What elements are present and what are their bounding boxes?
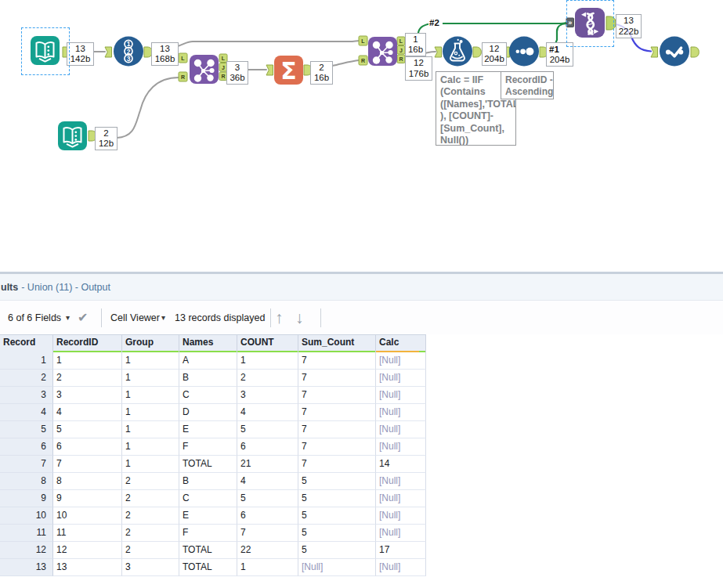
- output-anchor-union[interactable]: [606, 16, 616, 30]
- column-header-sum_count[interactable]: Sum_Count: [298, 335, 376, 352]
- table-cell[interactable]: 17: [376, 542, 426, 559]
- annotation-join2-j[interactable]: 1 16b: [405, 33, 426, 56]
- row-number-cell[interactable]: 13: [0, 559, 53, 576]
- table-cell[interactable]: 1: [122, 387, 179, 404]
- tool-formula[interactable]: [443, 37, 472, 67]
- tool-union[interactable]: [575, 8, 605, 38]
- cell-viewer-caret-icon[interactable]: ▾: [161, 301, 165, 334]
- tool-browse[interactable]: [660, 37, 689, 67]
- apply-check-icon[interactable]: ✔: [78, 301, 88, 334]
- table-cell[interactable]: 7: [53, 456, 122, 473]
- input-anchor-summarize[interactable]: [266, 65, 273, 75]
- table-cell[interactable]: 22: [237, 542, 298, 559]
- table-cell[interactable]: [Null]: [376, 421, 426, 438]
- wire-input2-join1R[interactable]: [117, 78, 179, 138]
- table-cell[interactable]: TOTAL: [179, 542, 237, 559]
- table-cell[interactable]: [Null]: [376, 352, 426, 370]
- row-number-cell[interactable]: 10: [0, 507, 53, 525]
- join2-input-R-anchor[interactable]: R: [359, 56, 367, 65]
- table-cell[interactable]: 7: [298, 404, 376, 421]
- table-cell[interactable]: F: [179, 438, 237, 456]
- annotation-union[interactable]: 13 222b: [616, 14, 642, 38]
- wire-label-2[interactable]: #2: [428, 17, 443, 28]
- table-cell[interactable]: 7: [298, 421, 376, 438]
- table-cell[interactable]: [Null]: [376, 404, 426, 421]
- row-number-cell[interactable]: 11: [0, 525, 53, 542]
- table-cell[interactable]: 12: [53, 542, 122, 559]
- tool-join-1[interactable]: [190, 55, 219, 84]
- input-anchor-browse[interactable]: [651, 47, 658, 57]
- row-number-cell[interactable]: 12: [0, 542, 53, 559]
- table-cell[interactable]: 7: [298, 352, 376, 370]
- table-cell[interactable]: 1: [122, 352, 179, 370]
- table-cell[interactable]: 7: [237, 525, 298, 542]
- table-cell[interactable]: 5: [298, 507, 376, 525]
- table-cell[interactable]: 2: [237, 370, 298, 387]
- column-header-group[interactable]: Group: [122, 335, 179, 352]
- output-anchor-formula[interactable]: [473, 47, 481, 57]
- workflow-canvas[interactable]: L R L J R: [0, 0, 723, 272]
- tool-sort[interactable]: [509, 37, 539, 67]
- table-cell[interactable]: 14: [376, 456, 426, 473]
- table-cell[interactable]: 5: [237, 421, 298, 438]
- table-cell[interactable]: 6: [53, 438, 122, 456]
- table-cell[interactable]: 9: [53, 490, 122, 507]
- table-cell[interactable]: 1: [122, 370, 179, 387]
- table-cell[interactable]: [Null]: [376, 438, 426, 456]
- annotation-formula[interactable]: 12 204b: [482, 42, 507, 66]
- table-cell[interactable]: [Null]: [376, 525, 426, 542]
- output-anchor-browse[interactable]: [691, 47, 699, 57]
- annotation-join2-r[interactable]: 12 176b: [405, 56, 432, 81]
- input-anchor-recordid[interactable]: [105, 47, 112, 57]
- table-cell[interactable]: 1: [122, 438, 179, 456]
- table-cell[interactable]: 1: [237, 559, 298, 576]
- tool-input-data-1[interactable]: [31, 36, 60, 65]
- tool-input-data-2[interactable]: [58, 121, 87, 150]
- table-cell[interactable]: 2: [122, 490, 179, 507]
- table-cell[interactable]: C: [179, 490, 237, 507]
- table-cell[interactable]: 5: [298, 473, 376, 490]
- table-cell[interactable]: 5: [298, 525, 376, 542]
- column-header-calc[interactable]: Calc: [376, 335, 426, 352]
- table-cell[interactable]: 3: [122, 559, 179, 576]
- table-cell[interactable]: 1: [237, 352, 298, 370]
- row-number-cell[interactable]: 4: [0, 404, 53, 421]
- fields-dropdown[interactable]: 6 of 6 Fields: [8, 301, 61, 334]
- table-cell[interactable]: A: [179, 352, 237, 370]
- column-header-record[interactable]: Record: [0, 335, 53, 352]
- join2-output-L-anchor[interactable]: L: [397, 37, 405, 45]
- row-number-cell[interactable]: 7: [0, 456, 53, 473]
- wire-summarize-join2R[interactable]: [332, 60, 359, 66]
- table-cell[interactable]: TOTAL: [179, 559, 237, 576]
- table-cell[interactable]: 10: [53, 507, 122, 525]
- scroll-down-button[interactable]: ↓: [295, 301, 304, 334]
- table-cell[interactable]: 1: [122, 456, 179, 473]
- table-cell[interactable]: 1: [53, 352, 122, 370]
- table-cell[interactable]: B: [179, 473, 237, 490]
- table-cell[interactable]: E: [179, 421, 237, 438]
- tool-record-id[interactable]: 1 2 3: [114, 37, 143, 67]
- table-cell[interactable]: 5: [53, 421, 122, 438]
- join2-output-R-anchor[interactable]: R: [397, 55, 405, 63]
- table-cell[interactable]: 3: [53, 387, 122, 404]
- column-header-count[interactable]: COUNT: [237, 335, 298, 352]
- table-cell[interactable]: 2: [122, 542, 179, 559]
- table-cell[interactable]: 7: [298, 370, 376, 387]
- table-cell[interactable]: 13: [53, 559, 122, 576]
- tool-join-2[interactable]: [368, 37, 397, 66]
- join1-input-L-anchor[interactable]: L: [179, 53, 187, 63]
- column-header-recordid[interactable]: RecordID: [53, 335, 122, 352]
- annotation-join1[interactable]: 3 36b: [226, 61, 248, 85]
- table-cell[interactable]: 8: [53, 473, 122, 490]
- table-cell[interactable]: 5: [298, 542, 376, 559]
- table-cell[interactable]: [Null]: [376, 387, 426, 404]
- join2-output-J-anchor[interactable]: J: [397, 46, 405, 55]
- table-cell[interactable]: 2: [53, 370, 122, 387]
- table-cell[interactable]: 5: [298, 490, 376, 507]
- table-cell[interactable]: 4: [237, 473, 298, 490]
- union-multi-input-anchor[interactable]: »: [566, 18, 574, 27]
- row-number-cell[interactable]: 1: [0, 352, 53, 370]
- row-number-cell[interactable]: 9: [0, 490, 53, 507]
- table-cell[interactable]: 7: [298, 387, 376, 404]
- table-cell[interactable]: E: [179, 507, 237, 525]
